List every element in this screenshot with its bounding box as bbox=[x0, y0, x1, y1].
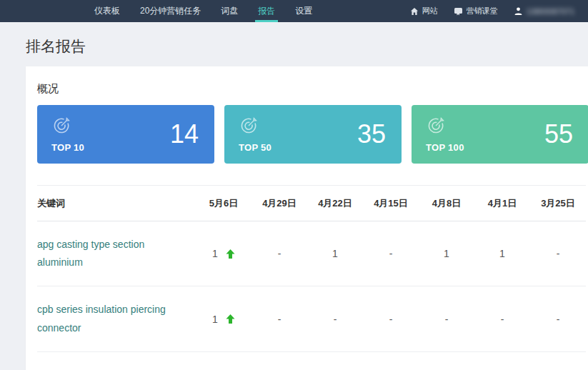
column-header-date: 4月15日 bbox=[363, 186, 419, 221]
stat-label: TOP 50 bbox=[239, 142, 271, 153]
top-navbar: 仪表板 20分钟营销任务 词盘 报告 设置 网站 营销课堂 1380008707… bbox=[0, 0, 588, 22]
stat-label: TOP 100 bbox=[426, 142, 464, 153]
column-header-date: 4月22日 bbox=[307, 186, 363, 221]
page-title: 排名报告 bbox=[26, 36, 588, 56]
rank-value: - bbox=[419, 286, 474, 351]
trend-up-icon bbox=[226, 249, 235, 259]
table-row: apg casting type section aluminium 1 - 1… bbox=[37, 221, 586, 286]
home-icon bbox=[410, 7, 419, 16]
nav-right: 网站 营销课堂 13800087071 bbox=[404, 0, 581, 22]
report-card: 概况 TOP 10 14 bbox=[26, 66, 588, 370]
stat-value: 35 bbox=[357, 121, 386, 147]
ranking-table: 关键词 5月6日 4月29日 4月22日 4月15日 4月8日 4月1日 3月2… bbox=[37, 185, 586, 370]
rank-value: 1 bbox=[212, 314, 218, 325]
nav-item-settings[interactable]: 设置 bbox=[285, 0, 322, 22]
table-header-row: 关键词 5月6日 4月29日 4月22日 4月15日 4月8日 4月1日 3月2… bbox=[37, 186, 586, 221]
column-header-date: 4月8日 bbox=[419, 186, 474, 221]
rank-value: - bbox=[307, 286, 363, 351]
keyword-link[interactable]: cpb series insulation piercing connector bbox=[37, 286, 196, 351]
stat-card-top100: TOP 100 55 bbox=[412, 105, 588, 164]
column-header-date: 4月29日 bbox=[251, 186, 307, 221]
table-row: blmt aluminum bolted lug 1 1 - - - - - bbox=[37, 351, 586, 370]
rank-value: - bbox=[251, 221, 307, 286]
user-account[interactable]: 13800087071 bbox=[507, 6, 581, 16]
stat-value: 55 bbox=[544, 121, 573, 147]
trend-up-icon bbox=[226, 314, 235, 324]
keyword-link[interactable]: blmt aluminum bolted lug bbox=[37, 351, 196, 370]
column-header-date: 5月6日 bbox=[196, 186, 251, 221]
rank-value: - bbox=[474, 286, 530, 351]
column-header-date: 3月25日 bbox=[530, 186, 586, 221]
target-icon bbox=[426, 116, 464, 139]
column-header-keyword: 关键词 bbox=[37, 186, 196, 221]
rank-value: - bbox=[363, 286, 419, 351]
classroom-icon bbox=[454, 7, 463, 16]
nav-item-dashboard[interactable]: 仪表板 bbox=[84, 0, 130, 22]
classroom-label: 营销课堂 bbox=[467, 6, 498, 16]
rank-value: - bbox=[307, 351, 363, 370]
keyword-link[interactable]: apg casting type section aluminium bbox=[37, 221, 196, 286]
rank-value: - bbox=[530, 351, 586, 370]
rank-value: - bbox=[363, 351, 419, 370]
rank-value: 1 bbox=[307, 221, 363, 286]
rank-value: 1 bbox=[474, 221, 530, 286]
nav-menu: 仪表板 20分钟营销任务 词盘 报告 设置 bbox=[84, 0, 322, 22]
nav-item-word-bank[interactable]: 词盘 bbox=[211, 0, 248, 22]
stat-value: 14 bbox=[170, 121, 199, 147]
rank-value: - bbox=[419, 351, 474, 370]
rank-value: - bbox=[474, 351, 530, 370]
rank-value: - bbox=[363, 221, 419, 286]
user-icon bbox=[514, 6, 523, 16]
website-link[interactable]: 网站 bbox=[404, 6, 444, 16]
stat-card-top10: TOP 10 14 bbox=[37, 105, 214, 164]
page-header: 排名报告 bbox=[0, 22, 588, 66]
website-label: 网站 bbox=[422, 6, 438, 16]
nav-item-reports[interactable]: 报告 bbox=[248, 0, 285, 22]
column-header-date: 4月1日 bbox=[474, 186, 530, 221]
target-icon bbox=[239, 116, 271, 139]
rank-value: 1 bbox=[419, 221, 474, 286]
target-icon bbox=[51, 116, 84, 139]
marketing-classroom-link[interactable]: 营销课堂 bbox=[447, 6, 504, 16]
nav-item-marketing-tasks[interactable]: 20分钟营销任务 bbox=[130, 0, 211, 22]
rank-value: - bbox=[530, 286, 586, 351]
rank-value: 1 bbox=[212, 248, 218, 259]
stat-card-top50: TOP 50 35 bbox=[224, 105, 402, 164]
stat-cards: TOP 10 14 TOP 50 35 bbox=[37, 105, 586, 164]
rank-value: 1 bbox=[196, 351, 251, 370]
stat-label: TOP 10 bbox=[51, 142, 84, 153]
rank-value: 1 bbox=[251, 351, 307, 370]
table-row: cpb series insulation piercing connector… bbox=[37, 286, 586, 351]
user-phone: 13800087071 bbox=[527, 7, 574, 16]
rank-value: - bbox=[530, 221, 586, 286]
overview-label: 概况 bbox=[37, 82, 586, 96]
rank-value: - bbox=[251, 286, 307, 351]
